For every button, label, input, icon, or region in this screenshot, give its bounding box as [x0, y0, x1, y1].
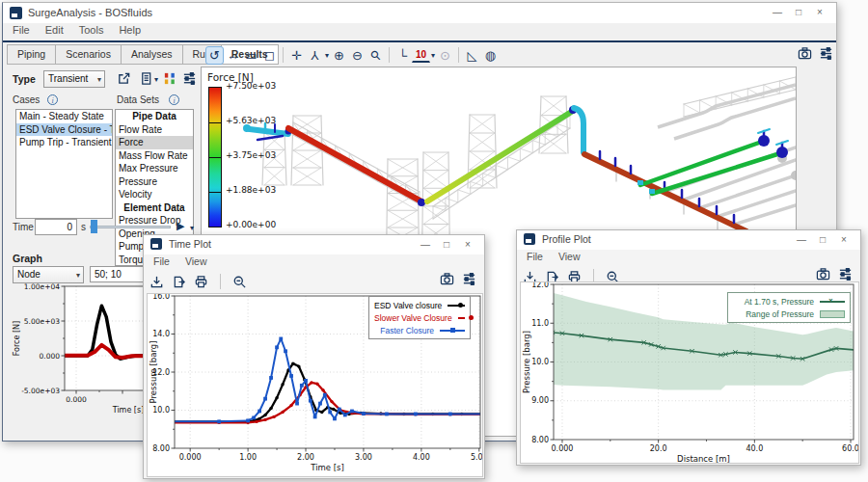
main-menubar: File Edit Tools Help — [5, 23, 149, 40]
legend-line-sample: × — [820, 298, 845, 306]
menu-tools[interactable]: Tools — [71, 23, 112, 40]
report-icon[interactable] — [139, 71, 153, 86]
dataset-item[interactable]: Velocity — [116, 188, 193, 201]
export-icon[interactable] — [117, 71, 131, 86]
time-plot-title: Time Plot — [169, 238, 211, 250]
case-item[interactable]: Main - Steady State — [16, 110, 112, 123]
menu-file[interactable]: File — [5, 23, 38, 40]
time-input[interactable] — [35, 219, 77, 235]
chevron-down-icon[interactable]: ▾ — [154, 75, 158, 84]
tab-scenarios[interactable]: Scenarios — [55, 44, 121, 65]
svg-text:60.0: 60.0 — [842, 444, 858, 453]
colorbar-label: +0.00e+00 — [226, 220, 276, 229]
svg-text:5.00e+03: 5.00e+03 — [24, 317, 60, 326]
minimize-button[interactable]: — — [415, 237, 436, 253]
time-plot-window: Time Plot — □ × File View 0.0001.002.003… — [143, 234, 485, 479]
settings-icon[interactable] — [462, 272, 476, 286]
menu-file[interactable]: File — [519, 250, 551, 265]
ruler-triangle-icon[interactable]: ◺ — [463, 46, 481, 65]
svg-text:Pressure [barg]: Pressure [barg] — [522, 331, 531, 393]
camera-icon[interactable] — [798, 46, 812, 61]
time-label: Time — [13, 222, 34, 232]
print-icon[interactable] — [194, 275, 208, 289]
svg-text:Time [s]: Time [s] — [310, 463, 344, 472]
tab-analyses[interactable]: Analyses — [121, 44, 182, 65]
dataset-item[interactable]: Pressure — [116, 175, 193, 189]
pipe-corner-icon[interactable]: └ — [393, 46, 412, 65]
type-select[interactable]: Transient▾ — [43, 70, 105, 88]
legend-patch-sample — [820, 310, 845, 318]
dataset-header: Pipe Data — [116, 110, 193, 123]
dataset-item[interactable]: Mass Flow Rate — [116, 149, 193, 163]
node-numbers-icon[interactable]: 10 — [412, 47, 430, 63]
svg-text:14.0: 14.0 — [152, 330, 170, 338]
slider-handle[interactable] — [91, 220, 97, 233]
settings-icon[interactable] — [838, 267, 853, 281]
info-icon[interactable]: i — [169, 94, 179, 105]
zoom-in-icon[interactable]: ⊕ — [330, 46, 348, 65]
zoom-window-icon[interactable]: ⚲ — [363, 42, 389, 68]
type-label: Type — [13, 73, 36, 85]
camera-icon[interactable] — [816, 267, 830, 281]
chevron-down-icon[interactable]: ▾ — [431, 51, 435, 60]
menu-help[interactable]: Help — [111, 23, 149, 40]
save-icon[interactable] — [149, 275, 164, 289]
dataset-item[interactable]: Flow Rate — [116, 123, 193, 137]
maximize-button[interactable]: □ — [788, 5, 809, 20]
eye-icon[interactable]: ⊙ — [436, 46, 454, 65]
menu-edit[interactable]: Edit — [38, 23, 71, 40]
app-icon — [10, 7, 22, 19]
case-item-selected[interactable]: ESD Valve Closure - Transient — [16, 123, 112, 137]
dataset-item[interactable]: Max Pressure — [116, 162, 193, 175]
dataset-item-selected[interactable]: Force — [116, 136, 193, 149]
svg-text:-5.00e+03: -5.00e+03 — [21, 387, 60, 395]
time-slider[interactable] — [90, 220, 171, 233]
menu-view[interactable]: View — [551, 250, 588, 265]
box-select-icon[interactable]: ▭ — [242, 46, 260, 65]
close-button[interactable]: × — [809, 5, 830, 20]
legend-colors-icon[interactable] — [163, 71, 177, 86]
info-icon[interactable]: i — [47, 94, 58, 105]
profile-plot-titlebar: Profile Plot — □ × — [517, 230, 860, 250]
svg-text:Pressure [barg]: Pressure [barg] — [149, 341, 158, 404]
colorbar-label: +1.88e+03 — [226, 185, 276, 195]
tab-piping[interactable]: Piping — [7, 44, 55, 65]
camera-icon[interactable] — [440, 272, 454, 286]
settings-icon[interactable] — [182, 71, 197, 86]
svg-text:10.0: 10.0 — [152, 406, 170, 415]
svg-text:10.0: 10.0 — [531, 358, 549, 366]
globe-icon[interactable]: ◍ — [481, 46, 500, 65]
legend-line-sample — [448, 302, 465, 309]
close-button[interactable]: × — [457, 237, 478, 253]
case-item[interactable]: Pump Trip - Transient — [16, 136, 112, 149]
rect-select-icon[interactable]: ◻ — [260, 46, 279, 65]
chevron-down-icon[interactable]: ▾ — [190, 224, 194, 232]
chevron-down-icon[interactable]: ▾ — [325, 51, 329, 60]
axes-tripod-icon[interactable]: Y — [306, 46, 324, 65]
maximize-button[interactable]: □ — [436, 237, 457, 253]
svg-text:40.0: 40.0 — [746, 444, 763, 453]
main-titlebar: SurgeAnalysis - BOSfluids — □ × — [3, 3, 836, 23]
close-button[interactable]: × — [833, 232, 854, 248]
svg-text:8.00: 8.00 — [531, 436, 549, 444]
legend-line-sample — [440, 327, 465, 335]
window-title: SurgeAnalysis - BOSfluids — [28, 7, 152, 18]
settings-icon[interactable] — [819, 46, 833, 61]
svg-text:1.00e+04: 1.00e+04 — [24, 282, 60, 291]
rotate-icon[interactable]: ↺ — [205, 46, 224, 65]
graph-mode-select[interactable]: Node▾ — [13, 266, 84, 283]
export-page-icon[interactable] — [172, 275, 186, 289]
time-plot-legend: ESD Valve closure Slower Valve Closure F… — [368, 296, 471, 339]
legend-line-sample — [458, 314, 465, 322]
menu-file[interactable]: File — [146, 254, 177, 270]
menu-view[interactable]: View — [177, 254, 215, 270]
graph-label: Graph — [13, 253, 42, 264]
minimize-button[interactable]: — — [791, 232, 812, 248]
zoom-out-icon[interactable] — [232, 275, 247, 289]
minimize-button[interactable]: — — [767, 5, 788, 20]
profile-plot-legend: At 1.70 s, Pressure × Range of Pressure — [727, 292, 851, 323]
play-button[interactable]: ▶ — [176, 220, 184, 232]
center-view-icon[interactable]: ✛ — [287, 46, 306, 65]
maximize-button[interactable]: □ — [812, 232, 833, 248]
pan-icon[interactable]: ↔ — [224, 46, 242, 65]
